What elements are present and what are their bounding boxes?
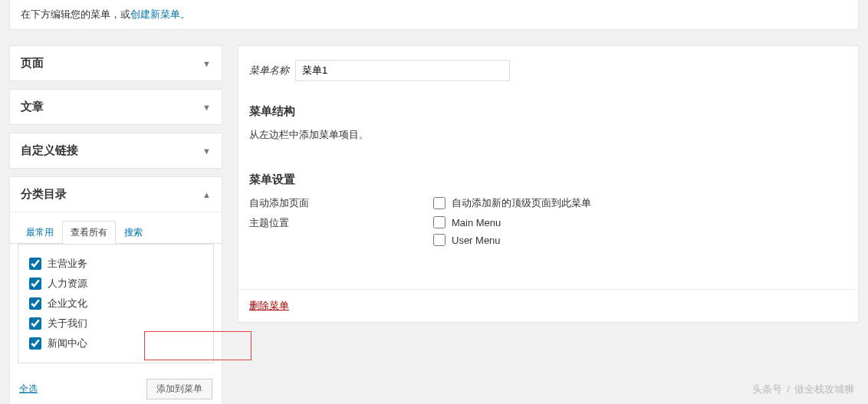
delete-menu-link[interactable]: 删除菜单 <box>249 300 289 311</box>
tab-view-all[interactable]: 查看所有 <box>62 221 116 244</box>
location-label: User Menu <box>452 235 501 246</box>
intro-suffix: 。 <box>180 8 190 20</box>
auto-add-option[interactable]: 自动添加新的顶级页面到此菜单 <box>433 196 591 210</box>
posts-panel-title: 文章 <box>21 100 44 114</box>
list-item[interactable]: 人力资源 <box>29 274 202 294</box>
posts-panel-header[interactable]: 文章 ▼ <box>10 90 222 124</box>
list-item[interactable]: 主营业务 <box>29 254 202 274</box>
intro-bar: 在下方编辑您的菜单，或创建新菜单。 <box>9 0 859 30</box>
menu-editor: 菜单名称 菜单结构 从左边栏中添加菜单项目。 菜单设置 自动添加页面 自动添加新… <box>238 45 859 404</box>
chevron-up-icon: ▲ <box>202 190 211 199</box>
auto-add-option-label: 自动添加新的顶级页面到此菜单 <box>452 196 591 210</box>
categories-panel: 分类目录 ▲ 最常用 查看所有 搜索 主营业务 人力资源 企业文化 关于我们 新… <box>9 176 222 404</box>
pages-panel-header[interactable]: 页面 ▼ <box>10 46 222 80</box>
left-sidebar: 页面 ▼ 文章 ▼ 自定义链接 ▼ 分类目录 ▲ 最常用 查看所有 <box>9 45 222 404</box>
auto-add-row: 自动添加页面 自动添加新的顶级页面到此菜单 <box>249 196 847 210</box>
categories-panel-header[interactable]: 分类目录 ▲ <box>10 177 222 212</box>
category-checkbox[interactable] <box>29 278 41 290</box>
category-tabs: 最常用 查看所有 搜索 <box>10 212 222 244</box>
posts-panel: 文章 ▼ <box>9 89 222 125</box>
category-checkbox[interactable] <box>29 337 41 350</box>
pages-panel-title: 页面 <box>21 56 44 71</box>
category-list: 主营业务 人力资源 企业文化 关于我们 新闻中心 <box>18 244 214 363</box>
menu-structure-title: 菜单结构 <box>249 104 847 119</box>
watermark-a: 头条号 <box>752 383 782 395</box>
menu-structure-hint: 从左边栏中添加菜单项目。 <box>249 128 847 142</box>
create-menu-link[interactable]: 创建新菜单 <box>130 8 180 20</box>
tab-search[interactable]: 搜索 <box>116 221 151 244</box>
select-all-link[interactable]: 全选 <box>19 383 38 396</box>
separator: / <box>787 383 790 395</box>
category-label: 主营业务 <box>48 257 87 271</box>
location-checkbox[interactable] <box>433 234 446 246</box>
menu-footer: 删除菜单 <box>238 289 858 322</box>
list-item[interactable]: 新闻中心 <box>29 333 202 353</box>
menu-header: 菜单名称 <box>238 46 858 95</box>
categories-panel-title: 分类目录 <box>21 187 67 202</box>
watermark-b: 做全栈攻城狮 <box>794 383 854 395</box>
category-label: 关于我们 <box>48 317 87 330</box>
intro-prefix: 在下方编辑您的菜单，或 <box>21 8 130 20</box>
category-label: 企业文化 <box>48 297 87 310</box>
menu-name-label: 菜单名称 <box>249 64 289 77</box>
custom-links-panel: 自定义链接 ▼ <box>9 133 222 169</box>
category-checkbox[interactable] <box>29 317 41 330</box>
category-label: 人力资源 <box>48 277 87 291</box>
chevron-down-icon: ▼ <box>202 146 211 156</box>
location-main-menu[interactable]: Main Menu <box>433 216 501 228</box>
custom-links-panel-title: 自定义链接 <box>21 143 78 158</box>
theme-location-label: 主题位置 <box>249 216 433 246</box>
list-item[interactable]: 关于我们 <box>29 314 202 333</box>
custom-links-panel-header[interactable]: 自定义链接 ▼ <box>10 133 222 168</box>
add-to-menu-button[interactable]: 添加到菜单 <box>146 379 212 399</box>
list-item[interactable]: 企业文化 <box>29 294 202 314</box>
location-label: Main Menu <box>452 217 501 228</box>
auto-add-checkbox[interactable] <box>433 197 446 209</box>
tab-frequent[interactable]: 最常用 <box>18 221 62 244</box>
menu-settings-title: 菜单设置 <box>249 172 847 187</box>
auto-add-label: 自动添加页面 <box>249 196 433 210</box>
category-checkbox[interactable] <box>29 258 41 270</box>
chevron-down-icon: ▼ <box>202 59 211 68</box>
menu-name-input[interactable] <box>295 60 510 81</box>
categories-panel-footer: 全选 添加到菜单 <box>10 371 222 404</box>
location-user-menu[interactable]: User Menu <box>433 234 501 246</box>
category-checkbox[interactable] <box>29 297 41 310</box>
pages-panel: 页面 ▼ <box>9 45 222 81</box>
watermark: 头条号/做全栈攻城狮 <box>752 383 854 396</box>
chevron-down-icon: ▼ <box>202 103 211 112</box>
category-label: 新闻中心 <box>48 337 87 350</box>
theme-location-row: 主题位置 Main Menu User Menu <box>249 216 847 246</box>
location-checkbox[interactable] <box>433 216 446 228</box>
